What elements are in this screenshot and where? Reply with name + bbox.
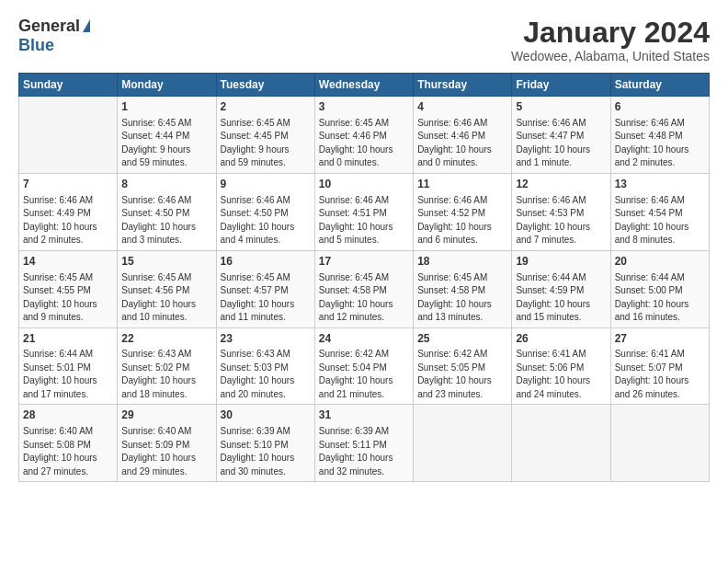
day-number: 16 — [221, 254, 311, 270]
day-info: Sunrise: 6:42 AM Sunset: 5:04 PM Dayligh… — [319, 348, 409, 401]
calendar-cell-w1-d2: 9Sunrise: 6:46 AM Sunset: 4:50 PM Daylig… — [216, 173, 314, 250]
calendar-header: SundayMondayTuesdayWednesdayThursdayFrid… — [19, 74, 710, 97]
day-info: Sunrise: 6:46 AM Sunset: 4:52 PM Dayligh… — [417, 194, 507, 247]
calendar-cell-w4-d1: 29Sunrise: 6:40 AM Sunset: 5:09 PM Dayli… — [118, 405, 216, 482]
calendar-cell-w3-d1: 22Sunrise: 6:43 AM Sunset: 5:02 PM Dayli… — [118, 327, 216, 405]
calendar-body: 1Sunrise: 6:45 AM Sunset: 4:44 PM Daylig… — [19, 97, 710, 482]
subtitle: Wedowee, Alabama, United States — [511, 49, 710, 63]
day-number: 5 — [516, 99, 606, 115]
calendar-cell-w0-d0 — [19, 97, 118, 174]
calendar-cell-w0-d6: 6Sunrise: 6:46 AM Sunset: 4:48 PM Daylig… — [610, 97, 709, 174]
day-info: Sunrise: 6:45 AM Sunset: 4:56 PM Dayligh… — [121, 271, 211, 325]
day-number: 10 — [319, 177, 409, 192]
calendar-cell-w3-d6: 27Sunrise: 6:41 AM Sunset: 5:07 PM Dayli… — [610, 327, 709, 405]
day-number: 25 — [417, 331, 507, 347]
day-number: 13 — [615, 177, 705, 192]
calendar-cell-w4-d4 — [414, 405, 512, 482]
calendar-cell-w3-d3: 24Sunrise: 6:42 AM Sunset: 5:04 PM Dayli… — [314, 327, 413, 405]
logo-text: General — [18, 17, 90, 36]
day-info: Sunrise: 6:40 AM Sunset: 5:09 PM Dayligh… — [121, 425, 211, 478]
calendar-cell-w0-d1: 1Sunrise: 6:45 AM Sunset: 4:44 PM Daylig… — [118, 97, 216, 174]
day-number: 17 — [319, 254, 409, 270]
weekday-header-friday: Friday — [512, 74, 610, 97]
calendar-cell-w3-d2: 23Sunrise: 6:43 AM Sunset: 5:03 PM Dayli… — [216, 327, 314, 405]
calendar-cell-w4-d0: 28Sunrise: 6:40 AM Sunset: 5:08 PM Dayli… — [19, 405, 118, 482]
logo: General Blue — [18, 17, 90, 55]
calendar-cell-w4-d6 — [610, 405, 709, 482]
day-info: Sunrise: 6:41 AM Sunset: 5:07 PM Dayligh… — [615, 348, 705, 401]
day-number: 30 — [221, 408, 311, 423]
calendar-cell-w0-d5: 5Sunrise: 6:46 AM Sunset: 4:47 PM Daylig… — [512, 97, 610, 174]
day-number: 22 — [121, 331, 211, 347]
day-info: Sunrise: 6:43 AM Sunset: 5:02 PM Dayligh… — [121, 348, 211, 401]
calendar-cell-w2-d0: 14Sunrise: 6:45 AM Sunset: 4:55 PM Dayli… — [19, 250, 118, 327]
day-info: Sunrise: 6:45 AM Sunset: 4:57 PM Dayligh… — [221, 271, 311, 325]
calendar-cell-w2-d1: 15Sunrise: 6:45 AM Sunset: 4:56 PM Dayli… — [118, 250, 216, 327]
day-number: 24 — [319, 331, 409, 347]
weekday-header-thursday: Thursday — [414, 74, 512, 97]
title-block: January 2024 Wedowee, Alabama, United St… — [511, 17, 710, 63]
weekday-header-saturday: Saturday — [610, 74, 709, 97]
day-number: 7 — [23, 177, 113, 192]
day-number: 31 — [319, 408, 409, 423]
day-number: 27 — [615, 331, 705, 347]
day-number: 1 — [121, 99, 211, 115]
day-info: Sunrise: 6:46 AM Sunset: 4:49 PM Dayligh… — [23, 194, 113, 247]
day-number: 12 — [516, 177, 606, 192]
weekday-header-tuesday: Tuesday — [216, 74, 314, 97]
day-info: Sunrise: 6:45 AM Sunset: 4:55 PM Dayligh… — [23, 271, 113, 325]
day-number: 11 — [417, 177, 507, 192]
day-number: 6 — [615, 99, 705, 115]
calendar-cell-w1-d3: 10Sunrise: 6:46 AM Sunset: 4:51 PM Dayli… — [314, 173, 413, 250]
day-number: 21 — [23, 331, 113, 347]
day-number: 28 — [23, 408, 113, 423]
week-row-1: 7Sunrise: 6:46 AM Sunset: 4:49 PM Daylig… — [19, 173, 710, 250]
day-number: 15 — [121, 254, 211, 270]
day-info: Sunrise: 6:45 AM Sunset: 4:45 PM Dayligh… — [221, 117, 311, 170]
day-number: 23 — [221, 331, 311, 347]
calendar-cell-w3-d0: 21Sunrise: 6:44 AM Sunset: 5:01 PM Dayli… — [19, 327, 118, 405]
day-info: Sunrise: 6:45 AM Sunset: 4:44 PM Dayligh… — [121, 117, 211, 170]
day-number: 3 — [319, 99, 409, 115]
header: General Blue January 2024 Wedowee, Alaba… — [18, 17, 710, 63]
calendar-cell-w2-d4: 18Sunrise: 6:45 AM Sunset: 4:58 PM Dayli… — [414, 250, 512, 327]
calendar-cell-w1-d0: 7Sunrise: 6:46 AM Sunset: 4:49 PM Daylig… — [19, 173, 118, 250]
calendar-cell-w3-d4: 25Sunrise: 6:42 AM Sunset: 5:05 PM Dayli… — [414, 327, 512, 405]
week-row-4: 28Sunrise: 6:40 AM Sunset: 5:08 PM Dayli… — [19, 405, 710, 482]
calendar-cell-w4-d2: 30Sunrise: 6:39 AM Sunset: 5:10 PM Dayli… — [216, 405, 314, 482]
day-info: Sunrise: 6:46 AM Sunset: 4:50 PM Dayligh… — [121, 194, 211, 247]
calendar-cell-w0-d4: 4Sunrise: 6:46 AM Sunset: 4:46 PM Daylig… — [414, 97, 512, 174]
day-info: Sunrise: 6:39 AM Sunset: 5:10 PM Dayligh… — [221, 425, 311, 478]
calendar-cell-w4-d5 — [512, 405, 610, 482]
day-number: 20 — [615, 254, 705, 270]
day-info: Sunrise: 6:46 AM Sunset: 4:46 PM Dayligh… — [417, 117, 507, 170]
weekday-header-sunday: Sunday — [19, 74, 118, 97]
day-info: Sunrise: 6:43 AM Sunset: 5:03 PM Dayligh… — [221, 348, 311, 401]
day-info: Sunrise: 6:46 AM Sunset: 4:51 PM Dayligh… — [319, 194, 409, 247]
logo-blue-text: Blue — [18, 36, 54, 55]
day-number: 19 — [516, 254, 606, 270]
day-info: Sunrise: 6:41 AM Sunset: 5:06 PM Dayligh… — [516, 348, 606, 401]
day-info: Sunrise: 6:46 AM Sunset: 4:54 PM Dayligh… — [615, 194, 705, 247]
day-number: 9 — [221, 177, 311, 192]
calendar-table: SundayMondayTuesdayWednesdayThursdayFrid… — [18, 73, 710, 482]
calendar-cell-w0-d2: 2Sunrise: 6:45 AM Sunset: 4:45 PM Daylig… — [216, 97, 314, 174]
logo-general-text: General — [18, 17, 80, 36]
calendar-cell-w2-d5: 19Sunrise: 6:44 AM Sunset: 4:59 PM Dayli… — [512, 250, 610, 327]
day-info: Sunrise: 6:44 AM Sunset: 5:00 PM Dayligh… — [615, 271, 705, 325]
day-info: Sunrise: 6:46 AM Sunset: 4:48 PM Dayligh… — [615, 117, 705, 170]
main-title: January 2024 — [511, 17, 710, 49]
day-info: Sunrise: 6:46 AM Sunset: 4:50 PM Dayligh… — [221, 194, 311, 247]
day-info: Sunrise: 6:45 AM Sunset: 4:58 PM Dayligh… — [319, 271, 409, 325]
day-info: Sunrise: 6:44 AM Sunset: 5:01 PM Dayligh… — [23, 348, 113, 401]
calendar-cell-w2-d6: 20Sunrise: 6:44 AM Sunset: 5:00 PM Dayli… — [610, 250, 709, 327]
day-number: 2 — [221, 99, 311, 115]
day-number: 29 — [121, 408, 211, 423]
day-info: Sunrise: 6:44 AM Sunset: 4:59 PM Dayligh… — [516, 271, 606, 325]
weekday-header-monday: Monday — [118, 74, 216, 97]
day-number: 26 — [516, 331, 606, 347]
day-info: Sunrise: 6:45 AM Sunset: 4:58 PM Dayligh… — [417, 271, 507, 325]
day-number: 18 — [417, 254, 507, 270]
day-info: Sunrise: 6:46 AM Sunset: 4:53 PM Dayligh… — [516, 194, 606, 247]
weekday-header-row: SundayMondayTuesdayWednesdayThursdayFrid… — [19, 74, 710, 97]
